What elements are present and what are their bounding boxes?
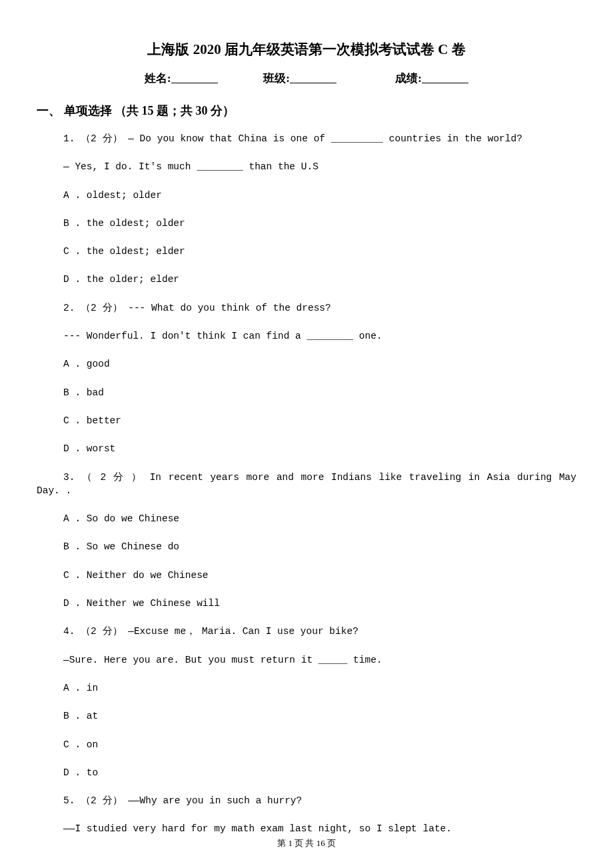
q1-option-a: A . oldest; older — [37, 189, 576, 202]
score-input-line[interactable] — [422, 73, 468, 83]
q1-option-d: D . the older; elder — [37, 273, 576, 286]
q4-option-b: B . at — [37, 709, 576, 723]
q3-line1-part2: Day. . — [37, 484, 576, 497]
q2-option-c: C . better — [37, 414, 576, 427]
q3-line1-part1: 3. （ 2 分 ） In recent years more and more… — [37, 471, 576, 484]
page-footer: 第 1 页 共 16 页 — [0, 837, 613, 849]
q4-option-d: D . to — [37, 766, 576, 779]
q3-option-b: B . So we Chinese do — [37, 540, 576, 553]
section-header: 一、 单项选择 （共 15 题；共 30 分） — [37, 103, 576, 119]
name-label: 姓名: — [145, 71, 171, 86]
q2-option-b: B . bad — [37, 386, 576, 399]
name-input-line[interactable] — [171, 73, 218, 83]
q2-line1: 2. （2 分） --- What do you think of the dr… — [37, 301, 576, 315]
q3-option-d: D . Neither we Chinese will — [37, 597, 576, 610]
q1-option-b: B . the oldest; older — [37, 217, 576, 230]
q4-line2: —Sure. Here you are. But you must return… — [37, 653, 576, 667]
questions-container: 1. （2 分） — Do you know that China is one… — [37, 132, 576, 836]
class-label: 班级: — [263, 71, 290, 86]
q4-option-c: C . on — [37, 738, 576, 751]
q5-line1: 5. （2 分） ——Why are you in such a hurry? — [37, 794, 576, 807]
q3-option-c: C . Neither do we Chinese — [37, 569, 576, 582]
q1-line1: 1. （2 分） — Do you know that China is one… — [37, 132, 576, 145]
q2-option-d: D . worst — [37, 442, 576, 455]
q2-line2: --- Wonderful. I don't think I can find … — [37, 329, 576, 343]
q1-option-c: C . the oldest; elder — [37, 245, 576, 258]
class-input-line[interactable] — [290, 73, 336, 83]
q3-line1: 3. （ 2 分 ） In recent years more and more… — [37, 471, 576, 484]
q1-line2: — Yes, I do. It's much ________ than the… — [37, 160, 576, 173]
q4-option-a: A . in — [37, 681, 576, 695]
header-fields: 姓名: 班级: 成绩: — [37, 71, 576, 86]
q3-option-a: A . So do we Chinese — [37, 512, 576, 525]
q2-option-a: A . good — [37, 357, 576, 371]
q5-line2: ——I studied very hard for my math exam l… — [37, 822, 576, 835]
document-title: 上海版 2020 届九年级英语第一次模拟考试试卷 C 卷 — [37, 40, 576, 59]
q4-line1: 4. （2 分） —Excuse me， Maria. Can I use yo… — [37, 625, 576, 638]
score-label: 成绩: — [395, 71, 422, 86]
